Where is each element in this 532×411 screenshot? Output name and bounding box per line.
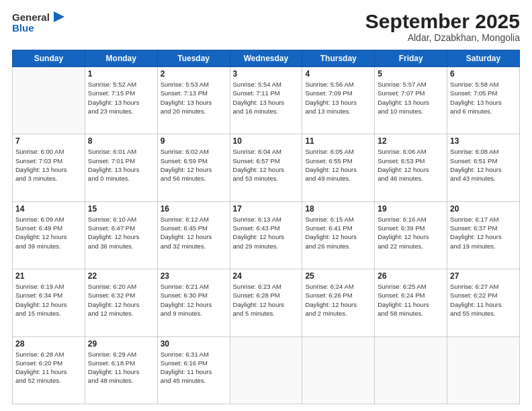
day-header-monday: Monday — [85, 50, 157, 67]
calendar-cell: 24Sunrise: 6:23 AM Sunset: 6:28 PM Dayli… — [230, 269, 302, 336]
day-info: Sunrise: 6:09 AM Sunset: 6:49 PM Dayligh… — [15, 215, 82, 250]
day-number: 22 — [88, 271, 154, 281]
header: GeneralBlue September 2025 Aldar, Dzabkh… — [12, 10, 520, 43]
calendar-cell: 6Sunrise: 5:58 AM Sunset: 7:05 PM Daylig… — [447, 67, 520, 134]
day-info: Sunrise: 6:20 AM Sunset: 6:32 PM Dayligh… — [88, 282, 154, 318]
day-info: Sunrise: 6:04 AM Sunset: 6:57 PM Dayligh… — [233, 147, 300, 183]
day-info: Sunrise: 5:52 AM Sunset: 7:15 PM Dayligh… — [88, 80, 154, 116]
calendar-cell: 26Sunrise: 6:25 AM Sunset: 6:24 PM Dayli… — [375, 269, 447, 336]
calendar-cell: 16Sunrise: 6:12 AM Sunset: 6:45 PM Dayli… — [157, 201, 230, 269]
day-number: 1 — [88, 69, 154, 79]
calendar-table: SundayMondayTuesdayWednesdayThursdayFrid… — [12, 50, 520, 404]
day-info: Sunrise: 6:05 AM Sunset: 6:55 PM Dayligh… — [305, 147, 371, 183]
day-number: 3 — [233, 69, 300, 79]
calendar-cell: 4Sunrise: 5:56 AM Sunset: 7:09 PM Daylig… — [302, 67, 375, 134]
day-info: Sunrise: 6:08 AM Sunset: 6:51 PM Dayligh… — [450, 147, 517, 183]
day-info: Sunrise: 6:28 AM Sunset: 6:20 PM Dayligh… — [15, 350, 82, 385]
day-header-wednesday: Wednesday — [230, 50, 302, 67]
day-number: 26 — [378, 271, 444, 281]
calendar-cell: 12Sunrise: 6:06 AM Sunset: 6:53 PM Dayli… — [375, 134, 447, 201]
day-number: 8 — [88, 136, 154, 146]
day-info: Sunrise: 5:57 AM Sunset: 7:07 PM Dayligh… — [378, 80, 444, 116]
day-info: Sunrise: 6:12 AM Sunset: 6:45 PM Dayligh… — [161, 215, 227, 250]
day-number: 21 — [15, 271, 82, 281]
day-number: 18 — [305, 204, 371, 214]
day-info: Sunrise: 6:19 AM Sunset: 6:34 PM Dayligh… — [15, 282, 82, 318]
day-number: 9 — [161, 136, 227, 146]
calendar-cell — [230, 336, 302, 404]
day-info: Sunrise: 6:13 AM Sunset: 6:43 PM Dayligh… — [233, 215, 300, 250]
day-header-row: SundayMondayTuesdayWednesdayThursdayFrid… — [13, 50, 520, 67]
day-info: Sunrise: 6:23 AM Sunset: 6:28 PM Dayligh… — [233, 282, 300, 318]
day-header-tuesday: Tuesday — [157, 50, 230, 67]
calendar-cell: 23Sunrise: 6:21 AM Sunset: 6:30 PM Dayli… — [157, 269, 230, 336]
day-info: Sunrise: 6:16 AM Sunset: 6:39 PM Dayligh… — [378, 215, 444, 250]
calendar-cell: 11Sunrise: 6:05 AM Sunset: 6:55 PM Dayli… — [302, 134, 375, 201]
calendar-week-5: 28Sunrise: 6:28 AM Sunset: 6:20 PM Dayli… — [13, 336, 520, 404]
calendar-cell: 7Sunrise: 6:00 AM Sunset: 7:03 PM Daylig… — [13, 134, 85, 201]
calendar-cell: 8Sunrise: 6:01 AM Sunset: 7:01 PM Daylig… — [85, 134, 157, 201]
day-number: 13 — [450, 136, 517, 146]
calendar-cell: 25Sunrise: 6:24 AM Sunset: 6:26 PM Dayli… — [302, 269, 375, 336]
day-number: 16 — [161, 204, 227, 214]
calendar-cell: 1Sunrise: 5:52 AM Sunset: 7:15 PM Daylig… — [85, 67, 157, 134]
day-number: 27 — [450, 271, 517, 281]
calendar-cell: 28Sunrise: 6:28 AM Sunset: 6:20 PM Dayli… — [13, 336, 85, 404]
day-info: Sunrise: 6:24 AM Sunset: 6:26 PM Dayligh… — [305, 282, 371, 318]
calendar-week-4: 21Sunrise: 6:19 AM Sunset: 6:34 PM Dayli… — [13, 269, 520, 336]
day-header-sunday: Sunday — [13, 50, 85, 67]
day-number: 11 — [305, 136, 371, 146]
day-header-saturday: Saturday — [447, 50, 520, 67]
day-info: Sunrise: 6:15 AM Sunset: 6:41 PM Dayligh… — [305, 215, 371, 250]
calendar-cell — [13, 67, 85, 134]
day-number: 23 — [161, 271, 227, 281]
day-info: Sunrise: 6:06 AM Sunset: 6:53 PM Dayligh… — [378, 147, 444, 183]
day-number: 20 — [450, 204, 517, 214]
svg-marker-2 — [54, 11, 64, 22]
day-number: 5 — [378, 69, 444, 79]
day-info: Sunrise: 6:00 AM Sunset: 7:03 PM Dayligh… — [15, 147, 82, 183]
day-number: 6 — [450, 69, 517, 79]
day-number: 24 — [233, 271, 300, 281]
day-info: Sunrise: 5:54 AM Sunset: 7:11 PM Dayligh… — [233, 80, 300, 116]
day-number: 30 — [161, 339, 227, 349]
day-number: 10 — [233, 136, 300, 146]
month-title: September 2025 — [365, 10, 520, 32]
day-number: 2 — [161, 69, 227, 79]
calendar-cell: 10Sunrise: 6:04 AM Sunset: 6:57 PM Dayli… — [230, 134, 302, 201]
calendar-cell: 27Sunrise: 6:27 AM Sunset: 6:22 PM Dayli… — [447, 269, 520, 336]
day-info: Sunrise: 5:56 AM Sunset: 7:09 PM Dayligh… — [305, 80, 371, 116]
subtitle: Aldar, Dzabkhan, Mongolia — [365, 32, 520, 43]
day-number: 14 — [15, 204, 82, 214]
day-info: Sunrise: 5:53 AM Sunset: 7:13 PM Dayligh… — [161, 80, 227, 116]
calendar-cell: 22Sunrise: 6:20 AM Sunset: 6:32 PM Dayli… — [85, 269, 157, 336]
day-info: Sunrise: 6:31 AM Sunset: 6:16 PM Dayligh… — [161, 350, 227, 385]
logo: GeneralBlue — [12, 10, 66, 34]
day-header-friday: Friday — [375, 50, 447, 67]
day-header-thursday: Thursday — [302, 50, 375, 67]
day-number: 12 — [378, 136, 444, 146]
calendar-cell: 5Sunrise: 5:57 AM Sunset: 7:07 PM Daylig… — [375, 67, 447, 134]
calendar-cell: 18Sunrise: 6:15 AM Sunset: 6:41 PM Dayli… — [302, 201, 375, 269]
day-number: 29 — [88, 339, 154, 349]
day-info: Sunrise: 6:29 AM Sunset: 6:18 PM Dayligh… — [88, 350, 154, 385]
page: GeneralBlue September 2025 Aldar, Dzabkh… — [0, 0, 532, 411]
svg-text:General: General — [12, 11, 50, 23]
day-number: 19 — [378, 204, 444, 214]
day-info: Sunrise: 6:21 AM Sunset: 6:30 PM Dayligh… — [161, 282, 227, 318]
day-info: Sunrise: 6:10 AM Sunset: 6:47 PM Dayligh… — [88, 215, 154, 250]
calendar-cell: 30Sunrise: 6:31 AM Sunset: 6:16 PM Dayli… — [157, 336, 230, 404]
day-info: Sunrise: 6:25 AM Sunset: 6:24 PM Dayligh… — [378, 282, 444, 318]
calendar-cell: 13Sunrise: 6:08 AM Sunset: 6:51 PM Dayli… — [447, 134, 520, 201]
calendar-cell: 3Sunrise: 5:54 AM Sunset: 7:11 PM Daylig… — [230, 67, 302, 134]
calendar-week-1: 1Sunrise: 5:52 AM Sunset: 7:15 PM Daylig… — [13, 67, 520, 134]
calendar-cell: 2Sunrise: 5:53 AM Sunset: 7:13 PM Daylig… — [157, 67, 230, 134]
title-block: September 2025 Aldar, Dzabkhan, Mongolia — [365, 10, 520, 43]
svg-text:Blue: Blue — [12, 22, 34, 34]
calendar-cell: 20Sunrise: 6:17 AM Sunset: 6:37 PM Dayli… — [447, 201, 520, 269]
day-number: 17 — [233, 204, 300, 214]
day-info: Sunrise: 6:27 AM Sunset: 6:22 PM Dayligh… — [450, 282, 517, 318]
day-number: 15 — [88, 204, 154, 214]
calendar-cell: 21Sunrise: 6:19 AM Sunset: 6:34 PM Dayli… — [13, 269, 85, 336]
calendar-week-3: 14Sunrise: 6:09 AM Sunset: 6:49 PM Dayli… — [13, 201, 520, 269]
